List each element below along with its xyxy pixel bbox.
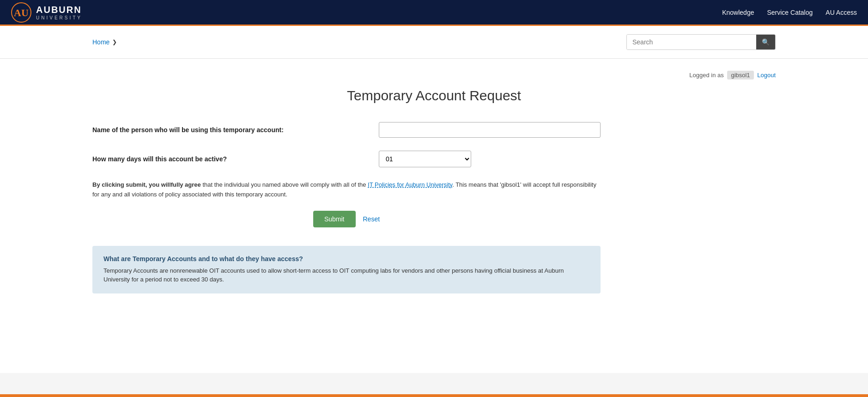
- search-button[interactable]: 🔍: [756, 35, 775, 49]
- days-field-row: How many days will this account be activ…: [92, 151, 601, 167]
- name-input[interactable]: [379, 122, 601, 138]
- submit-button[interactable]: Submit: [313, 211, 356, 227]
- nav-au-access[interactable]: AU Access: [826, 9, 857, 16]
- name-label: Name of the person who will be using thi…: [92, 126, 379, 134]
- nav-service-catalog[interactable]: Service Catalog: [767, 9, 813, 16]
- name-input-wrap: [379, 122, 601, 138]
- logged-in-username: gibsol1: [727, 71, 753, 79]
- logged-in-label: Logged in as: [689, 72, 723, 79]
- logo: AU AUBURN UNIVERSITY: [11, 2, 82, 23]
- days-select[interactable]: 01 02 03 04 05 06 07 08 09 10 15 20 25 3…: [379, 151, 471, 167]
- agreement-text: By clicking submit, you willfully agree …: [92, 180, 601, 200]
- breadcrumb-chevron-icon: ❯: [112, 39, 117, 45]
- request-form: Name of the person who will be using thi…: [92, 122, 601, 293]
- site-header: AU AUBURN UNIVERSITY Knowledge Service C…: [0, 0, 868, 26]
- svg-text:AU: AU: [14, 7, 29, 18]
- info-box: What are Temporary Accounts and to what …: [92, 246, 601, 293]
- info-box-title: What are Temporary Accounts and to what …: [103, 255, 589, 263]
- logo-auburn: AUBURN: [36, 5, 82, 15]
- search-input[interactable]: [627, 35, 756, 49]
- breadcrumb: Home ❯: [92, 38, 117, 46]
- days-label: How many days will this account be activ…: [92, 155, 379, 163]
- logo-university: UNIVERSITY: [36, 15, 82, 20]
- search-container: 🔍: [626, 34, 776, 50]
- info-box-body: Temporary Accounts are nonrenewable OIT …: [103, 266, 589, 284]
- footer-orange-bar: [0, 394, 868, 397]
- login-status: Logged in as gibsol1 Logout: [92, 68, 776, 79]
- top-nav: Knowledge Service Catalog AU Access: [722, 9, 857, 16]
- breadcrumb-row: Home ❯ 🔍: [0, 26, 868, 59]
- agreement-bold-text: By clicking submit, you willfully agree: [92, 181, 201, 188]
- days-select-wrap: 01 02 03 04 05 06 07 08 09 10 15 20 25 3…: [379, 151, 601, 167]
- nav-knowledge[interactable]: Knowledge: [722, 9, 754, 16]
- it-policies-link[interactable]: IT Policies for Auburn University: [368, 181, 452, 188]
- reset-button[interactable]: Reset: [363, 215, 380, 223]
- logo-text: AUBURN UNIVERSITY: [36, 5, 82, 20]
- agreement-text-part1: that the individual you named above will…: [201, 181, 368, 188]
- name-field-row: Name of the person who will be using thi…: [92, 122, 601, 138]
- logout-link[interactable]: Logout: [757, 72, 776, 79]
- main-content: Logged in as gibsol1 Logout Temporary Ac…: [0, 59, 868, 373]
- breadcrumb-home[interactable]: Home: [92, 38, 109, 46]
- form-buttons: Submit Reset: [92, 211, 601, 227]
- page-title: Temporary Account Request: [92, 88, 776, 104]
- auburn-logo-icon: AU: [11, 2, 31, 23]
